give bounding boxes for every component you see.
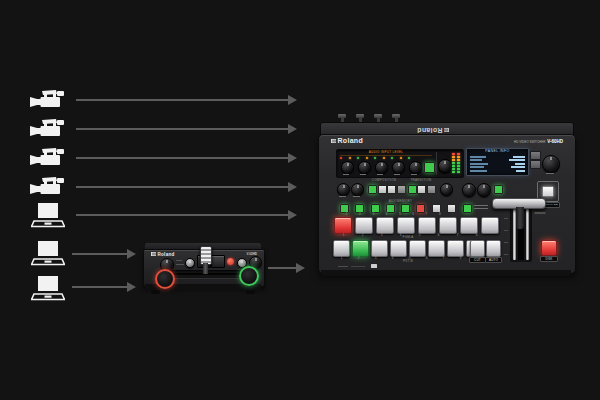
level-led — [349, 157, 351, 159]
audio-meter — [452, 153, 455, 173]
device-foot — [151, 290, 160, 294]
pst-crosspoint-button[interactable] — [428, 240, 445, 257]
value-dial[interactable] — [542, 155, 560, 173]
bus-b-label: PST/B — [393, 260, 423, 263]
audio-level-knob[interactable] — [375, 161, 388, 174]
cut-button[interactable] — [470, 240, 485, 257]
roland-logo-icon — [331, 139, 336, 143]
transition-time-knob[interactable] — [440, 183, 453, 196]
level-led — [408, 157, 410, 159]
audio-mixer-panel: AUDIO INPUT LEVEL — [336, 149, 464, 178]
level-led — [366, 157, 368, 159]
small-video-switcher: Roland V-02HD — [143, 243, 263, 295]
control-knob[interactable] — [477, 183, 491, 197]
panel-marking — [176, 264, 184, 265]
output-fade-knob[interactable] — [337, 183, 350, 196]
connection-arrow — [76, 99, 288, 101]
lcd-display: PANEL INFO — [466, 148, 529, 176]
device-base — [321, 270, 571, 276]
lcd-menu-row — [470, 166, 525, 168]
main-audio-knob[interactable] — [438, 159, 452, 173]
bus-a-label: PGM/A — [393, 236, 423, 239]
peak-led — [340, 157, 342, 159]
composition-button[interactable] — [397, 185, 406, 194]
laptop-icon — [31, 202, 65, 232]
output-fade-button[interactable] — [542, 186, 554, 197]
menu-button[interactable] — [530, 151, 541, 160]
transition-button[interactable] — [408, 185, 417, 194]
pgm-crosspoint-button[interactable] — [460, 217, 478, 234]
lcd-menu-row — [470, 163, 525, 165]
fader-scale-mark — [504, 254, 508, 255]
aux-button[interactable] — [447, 204, 456, 213]
audio-level-knob[interactable] — [358, 161, 371, 174]
pst-crosspoint-button[interactable] — [409, 240, 426, 257]
audio-level-knob[interactable] — [341, 161, 354, 174]
aux-mode-label — [474, 208, 488, 209]
fader-scale-mark — [504, 218, 508, 219]
aux-button[interactable] — [401, 204, 410, 213]
pgm-crosspoint-button[interactable] — [418, 217, 436, 234]
connection-arrow — [76, 186, 288, 188]
connection-arrow — [268, 267, 296, 269]
divider — [340, 155, 432, 156]
audio-meter — [457, 153, 460, 173]
bus-b-button[interactable] — [239, 266, 259, 286]
audio-level-knob[interactable] — [392, 161, 405, 174]
freeze-button[interactable] — [494, 185, 503, 194]
pgm-crosspoint-button[interactable] — [439, 217, 457, 234]
panel-marking — [176, 260, 182, 261]
video-camera-icon — [28, 117, 66, 141]
pst-crosspoint-button[interactable] — [352, 240, 369, 257]
pgm-button-row — [334, 217, 499, 234]
diagram-canvas: Roland V-02HD Roland Roland HD VIDEO SW — [0, 0, 600, 400]
bus-a-button[interactable] — [155, 269, 175, 289]
pgm-crosspoint-button[interactable] — [334, 217, 352, 234]
aux-button[interactable] — [386, 204, 395, 213]
transition-button[interactable] — [417, 185, 426, 194]
tbar-stem — [516, 207, 524, 229]
level-led — [357, 157, 359, 159]
red-round-button[interactable] — [227, 258, 234, 265]
pst-crosspoint-button[interactable] — [390, 240, 407, 257]
aux-mode-button[interactable] — [463, 204, 472, 213]
product-tagline: HD VIDEO SWITCHER V-60HD — [514, 140, 563, 144]
transition-button[interactable] — [427, 185, 436, 194]
composition-button[interactable] — [387, 185, 396, 194]
small-knob[interactable] — [185, 258, 195, 268]
large-video-switcher: Roland Roland HD VIDEO SWITCHER V-60HD A… — [318, 114, 574, 278]
mini-tbar-stem — [203, 263, 208, 274]
pgm-crosspoint-button[interactable] — [355, 217, 373, 234]
connection-arrow — [76, 157, 288, 159]
dsk-button[interactable] — [541, 240, 557, 256]
pst-crosspoint-button[interactable] — [333, 240, 350, 257]
auto-button[interactable] — [486, 240, 501, 257]
pgm-crosspoint-button[interactable] — [397, 217, 415, 234]
pgm-crosspoint-button[interactable] — [376, 217, 394, 234]
divider — [436, 152, 437, 175]
knob-label — [360, 174, 366, 175]
fader-scale-mark — [504, 230, 508, 231]
audio-effects-button[interactable] — [424, 162, 435, 173]
composition-button[interactable] — [378, 185, 387, 194]
input-key-button[interactable] — [211, 255, 225, 268]
pst-button-row — [333, 240, 483, 257]
transition-header: TRANSITION — [406, 179, 436, 182]
aux-button[interactable] — [416, 204, 425, 213]
exit-button[interactable] — [530, 160, 541, 169]
control-knob[interactable] — [462, 183, 476, 197]
pgm-crosspoint-button[interactable] — [481, 217, 499, 234]
brand-logo: Roland — [331, 137, 363, 145]
knob-label — [377, 174, 383, 175]
pst-crosspoint-button[interactable] — [447, 240, 464, 257]
aux-button[interactable] — [340, 204, 349, 213]
knob-label — [339, 196, 346, 197]
fader-scale-mark — [504, 242, 508, 243]
output-fade-knob[interactable] — [351, 183, 364, 196]
dsk-button-label: DSK — [540, 256, 558, 262]
pst-crosspoint-button[interactable] — [371, 240, 388, 257]
audio-level-knob[interactable] — [409, 161, 422, 174]
composition-button[interactable] — [368, 185, 377, 194]
video-camera-icon — [28, 175, 66, 199]
connection-arrow — [72, 253, 127, 255]
